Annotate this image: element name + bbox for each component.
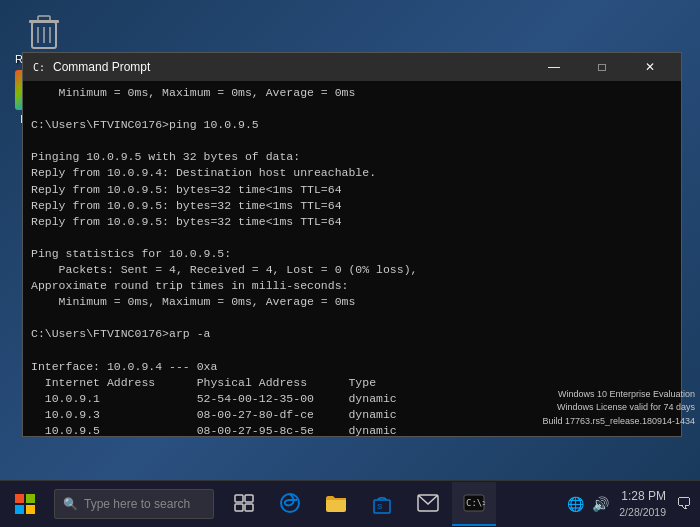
eval-line2: Windows License valid for 74 days — [542, 401, 695, 415]
cmd-output-line: Approximate round trip times in milli-se… — [31, 278, 673, 294]
store-button[interactable]: S — [360, 482, 404, 526]
svg-text:C:: C: — [33, 62, 45, 73]
cmd-output-line: Minimum = 0ms, Maximum = 0ms, Average = … — [31, 294, 673, 310]
cmd-output-line: Packets: Sent = 4, Received = 4, Lost = … — [31, 262, 673, 278]
clock-time: 1:28 PM — [619, 488, 666, 505]
clock[interactable]: 1:28 PM 2/28/2019 — [619, 488, 666, 519]
svg-rect-11 — [26, 505, 35, 514]
svg-rect-12 — [235, 495, 243, 502]
cmd-output-line: Pinging 10.0.9.5 with 32 bytes of data: — [31, 149, 673, 165]
cmd-output-line: Reply from 10.0.9.4: Destination host un… — [31, 165, 673, 181]
volume-icon[interactable]: 🔊 — [592, 496, 609, 512]
maximize-button[interactable]: □ — [579, 53, 625, 81]
svg-rect-15 — [245, 504, 253, 511]
cmd-output-line: Interface: 10.0.9.4 --- 0xa — [31, 359, 673, 375]
close-button[interactable]: ✕ — [627, 53, 673, 81]
cmd-taskbar-button[interactable]: C:\> — [452, 482, 496, 526]
cmd-output-line — [31, 310, 673, 326]
cmd-titlebar: C: Command Prompt — □ ✕ — [23, 53, 681, 81]
notification-button[interactable]: 🗨 — [676, 495, 692, 513]
system-tray: 🌐 🔊 — [567, 496, 609, 512]
cmd-output-line: Reply from 10.0.9.5: bytes=32 time<1ms T… — [31, 182, 673, 198]
svg-rect-9 — [26, 494, 35, 503]
taskbar-right: 🌐 🔊 1:28 PM 2/28/2019 🗨 — [567, 488, 700, 519]
svg-text:C:\>: C:\> — [466, 498, 485, 508]
svg-rect-8 — [15, 494, 24, 503]
cmd-output-line: Minimum = 0ms, Maximum = 0ms, Average = … — [31, 85, 673, 101]
svg-rect-2 — [38, 16, 50, 21]
cmd-output-line: Reply from 10.0.9.5: bytes=32 time<1ms T… — [31, 198, 673, 214]
svg-point-16 — [281, 494, 299, 512]
taskbar: 🔍 Type here to search — [0, 480, 700, 527]
cmd-body[interactable]: Minimum = 0ms, Maximum = 0ms, Average = … — [23, 81, 681, 436]
cmd-window-icon: C: — [31, 59, 47, 75]
edge-browser-button[interactable] — [268, 482, 312, 526]
search-placeholder-text: Type here to search — [84, 497, 190, 511]
svg-rect-14 — [235, 504, 243, 511]
win-eval-notice: Windows 10 Enterprise Evaluation Windows… — [542, 388, 695, 429]
svg-rect-13 — [245, 495, 253, 502]
file-explorer-button[interactable] — [314, 482, 358, 526]
cmd-output-line — [31, 343, 673, 359]
svg-text:S: S — [377, 502, 382, 511]
cmd-output-line — [31, 133, 673, 149]
cmd-output-line: C:\Users\FTVINC0176>ping 10.0.9.5 — [31, 117, 673, 133]
network-icon[interactable]: 🌐 — [567, 496, 584, 512]
mail-button[interactable] — [406, 482, 450, 526]
minimize-button[interactable]: — — [531, 53, 577, 81]
taskbar-apps: S C:\> — [222, 482, 496, 526]
svg-rect-10 — [15, 505, 24, 514]
desktop: Recycle Bin Micr... C: Command Prompt — … — [0, 0, 700, 480]
clock-date: 2/28/2019 — [619, 505, 666, 520]
cmd-output-line: Reply from 10.0.9.5: bytes=32 time<1ms T… — [31, 214, 673, 230]
cmd-output-line: Ping statistics for 10.0.9.5: — [31, 246, 673, 262]
search-icon: 🔍 — [63, 497, 78, 511]
cmd-output-line — [31, 230, 673, 246]
eval-line3: Build 17763.rs5_release.180914-1434 — [542, 415, 695, 429]
cmd-title-text: Command Prompt — [53, 60, 531, 74]
cmd-window-controls: — □ ✕ — [531, 53, 673, 81]
eval-line1: Windows 10 Enterprise Evaluation — [542, 388, 695, 402]
start-button[interactable] — [0, 481, 50, 528]
cmd-window: C: Command Prompt — □ ✕ Minimum = 0ms, M… — [22, 52, 682, 437]
svg-rect-17 — [326, 498, 346, 512]
cmd-output-line: C:\Users\FTVINC0176>arp -a — [31, 326, 673, 342]
task-view-button[interactable] — [222, 482, 266, 526]
taskbar-search[interactable]: 🔍 Type here to search — [54, 489, 214, 519]
cmd-output-line — [31, 101, 673, 117]
